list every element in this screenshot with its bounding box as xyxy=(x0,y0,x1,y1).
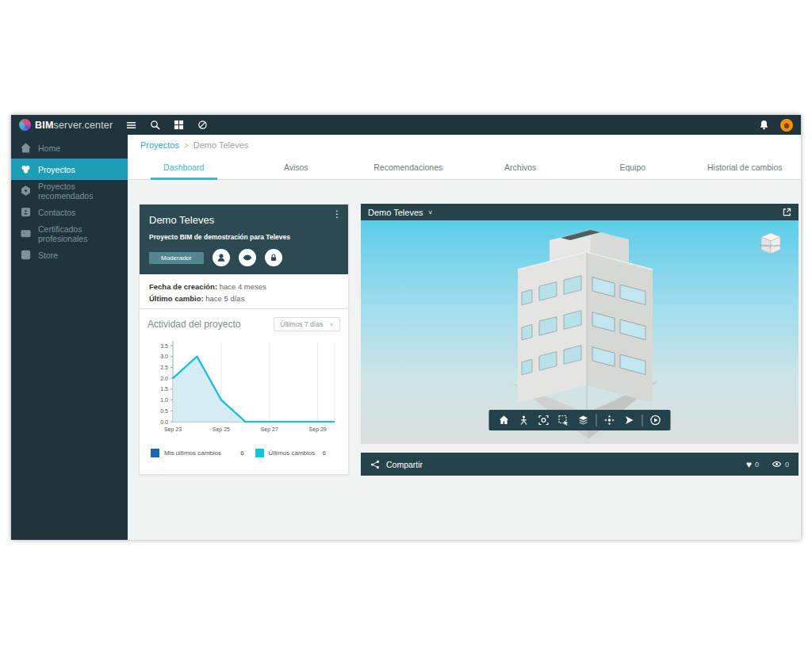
activity-title: Actividad del proyecto xyxy=(147,319,240,330)
apps-grid-icon[interactable] xyxy=(173,120,184,131)
viewer-toolbar xyxy=(489,410,671,430)
project-card: ⋮ Demo Televes Proyecto BIM de demostrac… xyxy=(139,204,349,313)
sidebar-item-label: Contactos xyxy=(38,208,75,217)
legend-swatch-blue xyxy=(151,449,159,457)
viewer-header: Demo Televes ∨ xyxy=(361,204,799,220)
viewer-title[interactable]: Demo Televes xyxy=(368,208,423,217)
certificates-icon xyxy=(21,228,31,239)
svg-text:2.0: 2.0 xyxy=(160,376,168,381)
model-viewer-panel: Demo Televes ∨ xyxy=(361,204,799,476)
legend-swatch-cyan xyxy=(255,449,264,457)
views-count: 0 xyxy=(785,461,789,469)
legend-item-mis-cambios: Mis últimos cambios 6 xyxy=(151,449,255,457)
sidebar-item-proyectos[interactable]: Proyectos xyxy=(11,159,128,180)
chevron-down-icon[interactable]: ∨ xyxy=(428,209,434,216)
range-selector-value: Últimos 7 días xyxy=(280,320,323,328)
share-icon xyxy=(370,460,380,469)
sidebar-item-certificados[interactable]: Certificados profesionales xyxy=(11,223,128,244)
breadcrumb: Proyectos > Demo Televes xyxy=(128,135,801,155)
tab-recomendaciones[interactable]: Recomendaciones xyxy=(352,155,465,179)
sidebar-item-store[interactable]: Store xyxy=(11,244,128,266)
app-logo[interactable]: BIMserver.center xyxy=(19,119,113,131)
dashboard-content: ⋮ Demo Televes Proyecto BIM de demostrac… xyxy=(128,180,801,540)
toolbar-separator xyxy=(596,415,597,426)
tab-archivos[interactable]: Archivos xyxy=(465,155,577,179)
main-area: Proyectos > Demo Televes Dashboard Aviso… xyxy=(128,135,801,540)
legend-value: 6 xyxy=(323,449,337,457)
sidebar-item-contactos[interactable]: Contactos xyxy=(11,201,128,223)
store-icon xyxy=(21,250,31,260)
view-cube-right-label: Trasera xyxy=(771,244,780,248)
created-value: hace 4 meses xyxy=(220,282,266,291)
likes-count: 0 xyxy=(755,461,759,469)
sidebar-item-label: Proyectos recomendados xyxy=(38,182,118,201)
breadcrumb-separator: > xyxy=(184,141,189,150)
search-icon[interactable] xyxy=(149,120,160,131)
logo-text: BIMserver.center xyxy=(35,120,113,131)
home-icon xyxy=(21,143,31,153)
project-card-header: ⋮ Demo Televes Proyecto BIM de demostrac… xyxy=(140,205,348,274)
project-title: Demo Televes xyxy=(149,214,339,226)
project-card-body: Fecha de creación: hace 4 meses Último c… xyxy=(140,274,348,312)
orbit-icon[interactable] xyxy=(603,414,617,426)
play-icon[interactable] xyxy=(649,414,663,426)
user-avatar[interactable] xyxy=(780,119,793,132)
share-bar: Compartir ♥ 0 0 xyxy=(361,453,799,476)
projects-icon xyxy=(21,164,31,174)
project-actions-row: Moderador xyxy=(149,249,339,266)
changed-label: Último cambio: xyxy=(149,294,204,303)
sidebar-item-proyectos-recomendados[interactable]: Proyectos recomendados xyxy=(11,180,128,201)
pointer-icon[interactable] xyxy=(622,414,637,426)
sidebar-item-label: Home xyxy=(38,143,60,153)
range-selector-dropdown[interactable]: Últimos 7 días ∨ xyxy=(274,317,340,331)
toolbar-separator xyxy=(642,415,643,426)
created-line: Fecha de creación: hace 4 meses xyxy=(149,281,339,293)
tab-dashboard[interactable]: Dashboard xyxy=(128,155,240,179)
bell-icon[interactable] xyxy=(758,120,769,131)
lock-icon[interactable] xyxy=(265,249,282,266)
likes-stat[interactable]: ♥ 0 xyxy=(746,460,759,469)
visibility-icon[interactable] xyxy=(239,249,256,266)
home-icon[interactable] xyxy=(497,414,511,426)
chart-legend: Mis últimos cambios 6 Últimos cambios 6 xyxy=(147,449,340,457)
svg-text:3.0: 3.0 xyxy=(160,354,168,359)
svg-text:Sep 25: Sep 25 xyxy=(213,426,230,433)
tab-historial[interactable]: Historial de cambios xyxy=(689,155,802,179)
external-link-icon[interactable] xyxy=(783,208,791,216)
share-button[interactable]: Compartir xyxy=(370,460,423,469)
sync-icon[interactable] xyxy=(197,120,208,131)
share-label: Compartir xyxy=(386,460,423,469)
svg-text:3.5: 3.5 xyxy=(160,343,168,349)
page: BIMserver.center Home xyxy=(0,0,812,654)
breadcrumb-current: Demo Televes xyxy=(193,140,249,150)
breadcrumb-parent-link[interactable]: Proyectos xyxy=(140,140,179,150)
legend-label: Mis últimos cambios xyxy=(164,449,221,457)
tabs-bar: Dashboard Avisos Recomendaciones Archivo… xyxy=(128,155,801,180)
kebab-menu-icon[interactable]: ⋮ xyxy=(332,209,342,219)
changed-line: Último cambio: hace 5 días xyxy=(149,293,339,305)
menu-icon[interactable] xyxy=(125,120,136,131)
sidebar-item-label: Proyectos xyxy=(38,165,75,174)
tab-equipo[interactable]: Equipo xyxy=(576,155,689,179)
activity-chart-svg: 0.00.51.01.52.02.53.03.5Sep 23Sep 25Sep … xyxy=(147,336,342,444)
sidebar-item-home[interactable]: Home xyxy=(11,137,128,159)
sidebar-item-label: Store xyxy=(38,251,58,260)
eye-icon xyxy=(772,459,782,469)
views-stat: 0 xyxy=(772,459,789,469)
created-label: Fecha de creación: xyxy=(149,282,217,291)
svg-text:1.5: 1.5 xyxy=(160,386,168,392)
activity-card: Actividad del proyecto Últimos 7 días ∨ … xyxy=(139,308,349,475)
user-icon[interactable] xyxy=(213,249,230,266)
top-navbar: BIMserver.center xyxy=(11,115,801,135)
bimserver-app-window: BIMserver.center Home xyxy=(11,115,801,540)
tab-avisos[interactable]: Avisos xyxy=(240,155,353,179)
zoom-extents-icon[interactable] xyxy=(537,414,551,426)
viewer-viewport[interactable]: Derecha Trasera xyxy=(361,220,799,444)
svg-text:0.5: 0.5 xyxy=(160,408,168,414)
legend-label: Últimos cambios xyxy=(269,449,316,457)
view-cube[interactable]: Derecha Trasera xyxy=(755,228,787,259)
svg-text:0.0: 0.0 xyxy=(160,419,168,425)
walk-icon[interactable] xyxy=(517,414,531,426)
select-box-icon[interactable] xyxy=(557,414,571,426)
layers-icon[interactable] xyxy=(576,414,591,426)
